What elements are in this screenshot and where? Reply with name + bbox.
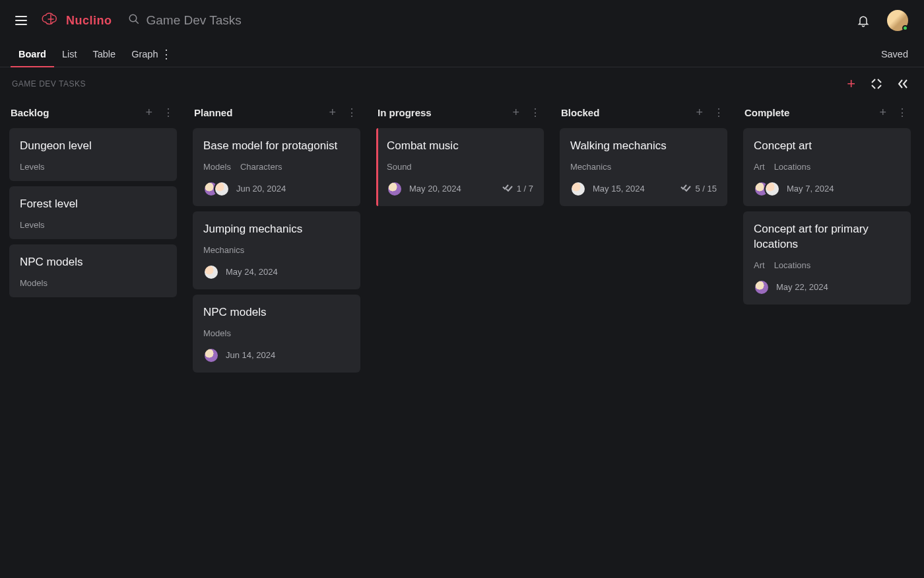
card-tag: Mechanics: [570, 162, 611, 172]
column-title: Blocked: [561, 107, 599, 118]
svg-point-0: [129, 15, 137, 22]
column-title: In progress: [378, 107, 432, 118]
card-title: Dungeon level: [20, 139, 166, 154]
view-tab-table[interactable]: Table: [92, 41, 116, 67]
card-tag: Sound: [387, 162, 412, 172]
card-tag: Characters: [240, 162, 282, 172]
views-more-button[interactable]: ⋮: [160, 47, 174, 61]
avatar-icon: [203, 347, 219, 363]
card-title: NPC models: [203, 305, 350, 320]
card-date: Jun 20, 2024: [236, 184, 286, 194]
svg-line-3: [878, 85, 881, 89]
card-tag: Locations: [774, 162, 811, 172]
svg-line-1: [135, 20, 139, 24]
card-tag: Locations: [774, 260, 811, 270]
search-placeholder: Game Dev Tasks: [147, 13, 242, 28]
user-avatar[interactable]: [887, 10, 908, 31]
card-progress: 1 / 7: [502, 184, 533, 194]
column-title: Complete: [744, 107, 789, 118]
avatar-icon: [754, 279, 770, 295]
collapse-sidebar-button[interactable]: [898, 79, 908, 89]
card-footer: May 15, 20245 / 15: [570, 181, 717, 197]
card-title: Concept art for primary locations: [754, 222, 900, 252]
search-input[interactable]: Game Dev Tasks: [128, 13, 242, 28]
card-progress-text: 1 / 7: [517, 184, 533, 194]
card[interactable]: NPC modelsModels: [9, 244, 177, 297]
card-title: Forest level: [20, 197, 166, 212]
checklist-icon: [502, 184, 513, 194]
card-avatars: [203, 264, 219, 280]
card-date: May 24, 2024: [226, 267, 278, 277]
menu-button[interactable]: [13, 13, 29, 28]
card-footer: May 20, 20241 / 7: [387, 181, 533, 197]
column-title: Backlog: [11, 107, 49, 118]
card-footer: Jun 14, 2024: [203, 347, 350, 363]
brand-icon: [41, 12, 61, 29]
brand-text: Nuclino: [66, 14, 112, 28]
avatar-icon: [387, 181, 403, 197]
avatar-icon: [203, 264, 219, 280]
card-tag: Models: [203, 328, 231, 338]
column-more-button[interactable]: ⋮: [163, 106, 174, 119]
card-tags: Models: [20, 278, 166, 288]
card-tags: ArtLocations: [754, 162, 900, 172]
card-title: Concept art: [754, 139, 900, 154]
card-tags: Mechanics: [203, 245, 350, 255]
card[interactable]: Concept art for primary locationsArtLoca…: [743, 211, 911, 305]
card-tags: ArtLocations: [754, 260, 900, 270]
view-tab-board[interactable]: Board: [18, 41, 46, 67]
card-tags: Sound: [387, 162, 533, 172]
card-avatars: [754, 181, 780, 197]
card-avatars: [203, 347, 219, 363]
svg-line-2: [872, 79, 875, 83]
card[interactable]: Forest levelLevels: [9, 186, 177, 239]
card-date: May 7, 2024: [787, 184, 834, 194]
column-more-button[interactable]: ⋮: [346, 106, 358, 119]
card[interactable]: Combat musicSoundMay 20, 20241 / 7: [376, 128, 544, 206]
card[interactable]: NPC modelsModelsJun 14, 2024: [193, 295, 360, 373]
card-footer: May 24, 2024: [203, 264, 350, 280]
card-date: May 20, 2024: [409, 184, 461, 194]
card-tag: Levels: [20, 162, 45, 172]
svg-line-5: [878, 79, 881, 83]
svg-line-4: [872, 85, 875, 89]
column-in-progress: In progress+⋮Combat musicSoundMay 20, 20…: [376, 103, 544, 578]
column-title: Planned: [194, 107, 232, 118]
card-title: NPC models: [20, 255, 166, 270]
card[interactable]: Concept artArtLocationsMay 7, 2024: [743, 128, 911, 206]
brand[interactable]: Nuclino: [41, 12, 112, 29]
column-more-button[interactable]: ⋮: [530, 106, 541, 119]
search-icon: [128, 13, 140, 28]
card-progress-text: 5 / 15: [695, 184, 717, 194]
column-planned: Planned+⋮Base model for protagonistModel…: [193, 103, 360, 578]
card[interactable]: Base model for protagonistModelsCharacte…: [193, 128, 360, 206]
card-date: May 22, 2024: [776, 282, 828, 292]
card-avatars: [754, 279, 770, 295]
view-tab-graph[interactable]: Graph: [131, 41, 158, 67]
card-progress: 5 / 15: [680, 184, 717, 194]
card-title: Combat music: [387, 139, 533, 154]
view-tab-list[interactable]: List: [62, 41, 77, 67]
column-more-button[interactable]: ⋮: [897, 106, 908, 119]
column-more-button[interactable]: ⋮: [713, 106, 725, 119]
collapse-icon[interactable]: [871, 79, 882, 89]
card-avatars: [203, 181, 230, 197]
card[interactable]: Dungeon levelLevels: [9, 128, 177, 181]
notifications-button[interactable]: [857, 13, 870, 28]
card[interactable]: Jumping mechanicsMechanicsMay 24, 2024: [193, 211, 360, 289]
avatar-icon: [764, 181, 780, 197]
card-tag: Art: [754, 162, 765, 172]
board-title: Game Dev Tasks: [12, 79, 86, 89]
avatar-icon: [570, 181, 586, 197]
card-date: Jun 14, 2024: [226, 350, 275, 360]
card-title: Walking mechanics: [570, 139, 717, 154]
column-complete: Complete+⋮Concept artArtLocationsMay 7, …: [743, 103, 911, 578]
card[interactable]: Walking mechanicsMechanicsMay 15, 20245 …: [560, 128, 727, 206]
column-backlog: Backlog+⋮Dungeon levelLevelsForest level…: [9, 103, 177, 578]
card-tags: Mechanics: [570, 162, 717, 172]
checklist-icon: [680, 184, 691, 194]
card-tags: Models: [203, 328, 350, 338]
card-avatars: [570, 181, 586, 197]
card-tags: Levels: [20, 162, 166, 172]
presence-dot: [902, 25, 908, 31]
